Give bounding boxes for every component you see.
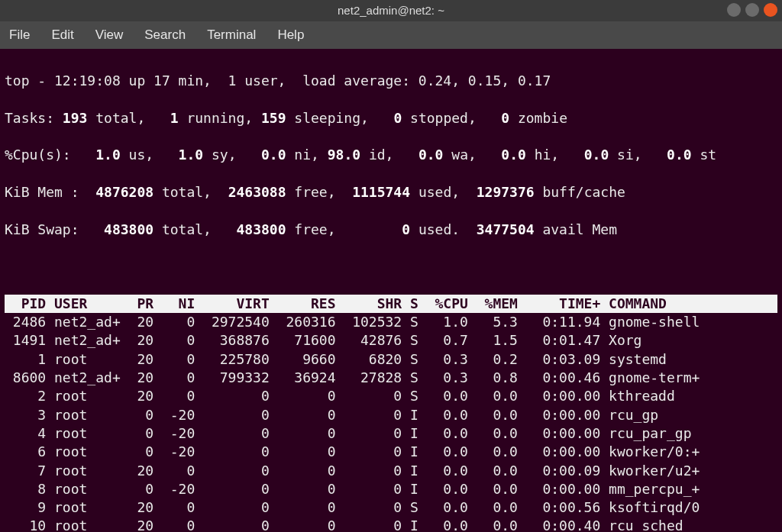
- process-row: 3 root 0 -20 0 0 0 I 0.0 0.0 0:00.00 rcu…: [5, 406, 777, 424]
- menu-view[interactable]: View: [95, 27, 124, 44]
- process-row: 6 root 0 -20 0 0 0 I 0.0 0.0 0:00.00 kwo…: [5, 443, 777, 461]
- menubar: File Edit View Search Terminal Help: [0, 21, 782, 49]
- process-table-header: PID USER PR NI VIRT RES SHR S %CPU %MEM …: [5, 295, 777, 313]
- process-row: 8 root 0 -20 0 0 0 I 0.0 0.0 0:00.00 mm_…: [5, 480, 777, 498]
- top-summary-mem: KiB Mem : 4876208 total, 2463088 free, 1…: [5, 183, 777, 202]
- top-summary-swap: KiB Swap: 483800 total, 483800 free, 0 u…: [5, 221, 777, 239]
- menu-search[interactable]: Search: [144, 27, 186, 44]
- process-row: 8600 net2_ad+ 20 0 799332 36924 27828 S …: [5, 369, 777, 387]
- process-row: 4 root 0 -20 0 0 0 I 0.0 0.0 0:00.00 rcu…: [5, 424, 777, 443]
- menu-terminal[interactable]: Terminal: [207, 27, 256, 44]
- process-row: 2486 net2_ad+ 20 0 2972540 260316 102532…: [5, 313, 777, 331]
- window-close-button[interactable]: [764, 3, 777, 17]
- process-table-body: 2486 net2_ad+ 20 0 2972540 260316 102532…: [5, 313, 777, 532]
- top-summary-line1: top - 12:19:08 up 17 min, 1 user, load a…: [5, 72, 777, 90]
- process-row: 1 root 20 0 225780 9660 6820 S 0.3 0.2 0…: [5, 350, 777, 369]
- menu-edit[interactable]: Edit: [51, 27, 73, 44]
- window-title: net2_admin@net2: ~: [338, 3, 444, 18]
- menu-help[interactable]: Help: [277, 27, 304, 44]
- window-minimize-button[interactable]: [727, 3, 741, 17]
- top-summary-cpu: %Cpu(s): 1.0 us, 1.0 sy, 0.0 ni, 98.0 id…: [5, 146, 777, 164]
- process-row: 1491 net2_ad+ 20 0 368876 71600 42876 S …: [5, 331, 777, 350]
- process-row: 2 root 20 0 0 0 0 S 0.0 0.0 0:00.00 kthr…: [5, 387, 777, 405]
- window-titlebar: net2_admin@net2: ~: [0, 0, 782, 21]
- terminal-output[interactable]: top - 12:19:08 up 17 min, 1 user, load a…: [0, 49, 782, 532]
- top-summary-tasks: Tasks: 193 total, 1 running, 159 sleepin…: [5, 109, 777, 127]
- menu-file[interactable]: File: [9, 27, 30, 44]
- process-row: 10 root 20 0 0 0 0 I 0.0 0.0 0:00.40 rcu…: [5, 517, 777, 532]
- process-row: 7 root 20 0 0 0 0 I 0.0 0.0 0:00.09 kwor…: [5, 462, 777, 480]
- process-row: 9 root 20 0 0 0 0 S 0.0 0.0 0:00.56 ksof…: [5, 498, 777, 517]
- window-maximize-button[interactable]: [745, 3, 759, 17]
